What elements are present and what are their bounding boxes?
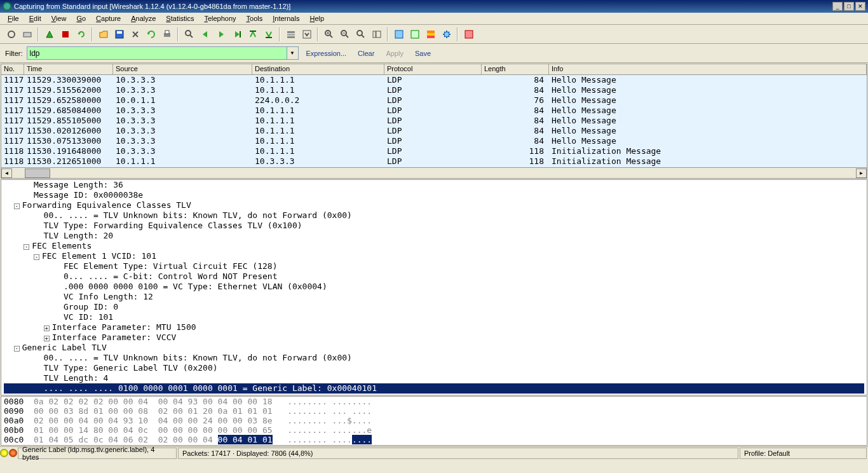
menu-help[interactable]: Help bbox=[304, 13, 329, 24]
detail-line[interactable]: Message ID: 0x0000038e bbox=[4, 190, 864, 200]
detail-line[interactable]: TLV Type: Forwarding Equivalence Classes… bbox=[4, 221, 864, 231]
go-forward-icon[interactable] bbox=[214, 27, 228, 41]
detail-line[interactable]: TLV Length: 20 bbox=[4, 231, 864, 241]
help-icon[interactable] bbox=[461, 27, 476, 41]
column-destination[interactable]: Destination bbox=[252, 64, 384, 74]
maximize-button[interactable]: □ bbox=[844, 2, 854, 11]
column-time[interactable]: Time bbox=[24, 64, 113, 74]
menu-edit[interactable]: Edit bbox=[24, 13, 46, 24]
expression-button[interactable]: Expression... bbox=[302, 50, 351, 57]
detail-line[interactable]: .000 0000 0000 0100 = VC Type: Ethernet … bbox=[4, 282, 864, 292]
detail-line[interactable]: 0... .... = C-bit: Control Word NOT Pres… bbox=[4, 271, 864, 282]
scroll-left-icon[interactable]: ◄ bbox=[1, 168, 12, 178]
detail-line[interactable]: TLV Length: 4 bbox=[4, 373, 864, 383]
packet-row[interactable]: 1117311529.65258000010.0.1.1224.0.0.2LDP… bbox=[1, 95, 867, 106]
menu-go[interactable]: Go bbox=[71, 13, 91, 24]
hex-line[interactable]: 00a0 02 00 00 04 00 04 93 10 04 00 00 24… bbox=[4, 416, 864, 425]
packet-row[interactable]: 1117711530.07513300010.3.3.310.1.1.1LDP8… bbox=[1, 136, 867, 146]
filter-dropdown-icon[interactable]: ▼ bbox=[287, 46, 299, 60]
detail-line[interactable]: Message Length: 36 bbox=[4, 180, 864, 190]
packet-bytes-pane[interactable]: 0080 0a 02 02 02 02 00 00 04 00 04 93 00… bbox=[1, 396, 867, 446]
column-source[interactable]: Source bbox=[113, 64, 252, 74]
column-length[interactable]: Length bbox=[482, 64, 549, 74]
packet-row[interactable]: 1117011529.33003900010.3.3.310.1.1.1LDP8… bbox=[1, 75, 867, 85]
zoom-in-icon[interactable] bbox=[322, 27, 336, 41]
print-icon[interactable] bbox=[159, 27, 174, 41]
column-no[interactable]: No. bbox=[1, 64, 24, 74]
go-first-icon[interactable] bbox=[245, 27, 260, 41]
detail-line[interactable]: VC ID: 101 bbox=[4, 312, 864, 322]
hex-line[interactable]: 00c0 01 04 05 dc 0c 04 06 02 02 00 00 04… bbox=[4, 435, 864, 444]
menu-tools[interactable]: Tools bbox=[241, 13, 268, 24]
detail-line[interactable]: -FEC Elements bbox=[4, 241, 864, 251]
packet-scrollbar[interactable]: ◄ ► bbox=[1, 167, 867, 178]
close-button[interactable]: ✕ bbox=[855, 2, 865, 11]
packet-row[interactable]: 1117611530.02012600010.3.3.310.1.1.1LDP8… bbox=[1, 126, 867, 136]
zoom-100-icon[interactable] bbox=[353, 27, 368, 41]
menu-view[interactable]: View bbox=[46, 13, 72, 24]
save-icon[interactable] bbox=[112, 27, 126, 41]
column-protocol[interactable]: Protocol bbox=[384, 64, 482, 74]
detail-line[interactable]: Group ID: 0 bbox=[4, 302, 864, 312]
detail-line[interactable]: 00.. .... = TLV Unknown bits: Known TLV,… bbox=[4, 210, 864, 221]
column-info[interactable]: Info bbox=[549, 64, 867, 74]
go-back-icon[interactable] bbox=[198, 27, 212, 41]
detail-line[interactable]: -FEC Element 1 VCID: 101 bbox=[4, 251, 864, 261]
auto-scroll-icon[interactable] bbox=[299, 27, 314, 41]
start-capture-icon[interactable] bbox=[42, 27, 57, 41]
resize-columns-icon[interactable] bbox=[369, 27, 384, 41]
menu-capture[interactable]: Capture bbox=[91, 13, 126, 24]
detail-line[interactable]: 00.. .... = TLV Unknown bits: Known TLV,… bbox=[4, 353, 864, 363]
stop-capture-icon[interactable] bbox=[58, 27, 72, 41]
open-icon[interactable] bbox=[96, 27, 111, 41]
detail-line[interactable]: TLV Type: Generic Label TLV (0x200) bbox=[4, 363, 864, 373]
menu-analyze[interactable]: Analyze bbox=[126, 13, 161, 24]
menu-internals[interactable]: Internals bbox=[268, 13, 304, 24]
go-to-icon[interactable] bbox=[229, 27, 244, 41]
clear-button[interactable]: Clear bbox=[354, 50, 378, 57]
coloring-rules-icon[interactable] bbox=[423, 27, 438, 41]
detail-line[interactable]: .... .... .... 0100 0000 0001 0000 0001 … bbox=[4, 383, 864, 394]
hex-line[interactable]: 0080 0a 02 02 02 02 00 00 04 00 04 93 00… bbox=[4, 397, 864, 406]
packet-details-pane[interactable]: Message Length: 36 Message ID: 0x0000038… bbox=[1, 179, 867, 395]
restart-capture-icon[interactable] bbox=[74, 27, 88, 41]
capture-filters-icon[interactable] bbox=[391, 27, 406, 41]
display-filters-icon[interactable] bbox=[407, 27, 422, 41]
scroll-right-icon[interactable]: ► bbox=[856, 168, 867, 178]
detail-line[interactable]: -Forwarding Equivalence Classes TLV bbox=[4, 200, 864, 210]
reload-icon[interactable] bbox=[144, 27, 158, 41]
tree-toggle-icon[interactable]: - bbox=[34, 254, 39, 260]
menu-telephony[interactable]: Telephony bbox=[199, 13, 241, 24]
hex-line[interactable]: 00b0 01 00 00 14 80 00 04 0c 00 00 00 00… bbox=[4, 425, 864, 435]
tree-toggle-icon[interactable]: + bbox=[44, 326, 50, 331]
menu-statistics[interactable]: Statistics bbox=[161, 13, 199, 24]
detail-line[interactable]: -Generic Label TLV bbox=[4, 343, 864, 353]
expert-info-icon[interactable] bbox=[0, 449, 8, 457]
packet-row[interactable]: 1117211529.51556200010.3.3.310.1.1.1LDP8… bbox=[1, 85, 867, 95]
packet-row[interactable]: 1118211530.21265100010.1.1.110.3.3.3LDP1… bbox=[1, 156, 867, 167]
capture-info-icon[interactable] bbox=[9, 449, 17, 457]
packet-list-pane[interactable]: No. Time Source Destination Protocol Len… bbox=[1, 64, 867, 179]
status-profile[interactable]: Profile: Default bbox=[740, 448, 867, 459]
close-file-icon[interactable] bbox=[128, 27, 142, 41]
detail-line[interactable]: +Interface Parameter: VCCV bbox=[4, 332, 864, 343]
menu-file[interactable]: File bbox=[3, 13, 24, 24]
hex-line[interactable]: 0090 00 00 03 8d 01 00 00 08 02 00 01 20… bbox=[4, 406, 864, 416]
zoom-out-icon[interactable] bbox=[337, 27, 352, 41]
minimize-button[interactable]: _ bbox=[832, 2, 843, 11]
go-last-icon[interactable] bbox=[261, 27, 276, 41]
find-icon[interactable] bbox=[182, 27, 196, 41]
colorize-icon[interactable] bbox=[283, 27, 298, 41]
packet-row[interactable]: 1117411529.68508400010.3.3.310.1.1.1LDP8… bbox=[1, 106, 867, 116]
packet-row[interactable]: 1117511529.85510500010.3.3.310.1.1.1LDP8… bbox=[1, 116, 867, 126]
detail-line[interactable]: FEC Element Type: Virtual Circuit FEC (1… bbox=[4, 261, 864, 271]
tree-toggle-icon[interactable]: - bbox=[24, 244, 29, 250]
apply-button[interactable]: Apply bbox=[382, 50, 407, 57]
tree-toggle-icon[interactable]: - bbox=[14, 346, 20, 352]
scroll-thumb[interactable] bbox=[25, 168, 50, 178]
packet-row[interactable]: 1118111530.19164800010.3.3.310.1.1.1LDP1… bbox=[1, 146, 867, 156]
detail-line[interactable]: VC Info Length: 12 bbox=[4, 292, 864, 302]
save-button[interactable]: Save bbox=[411, 50, 435, 57]
tree-toggle-icon[interactable]: + bbox=[44, 336, 50, 341]
interfaces-icon[interactable] bbox=[4, 27, 18, 41]
